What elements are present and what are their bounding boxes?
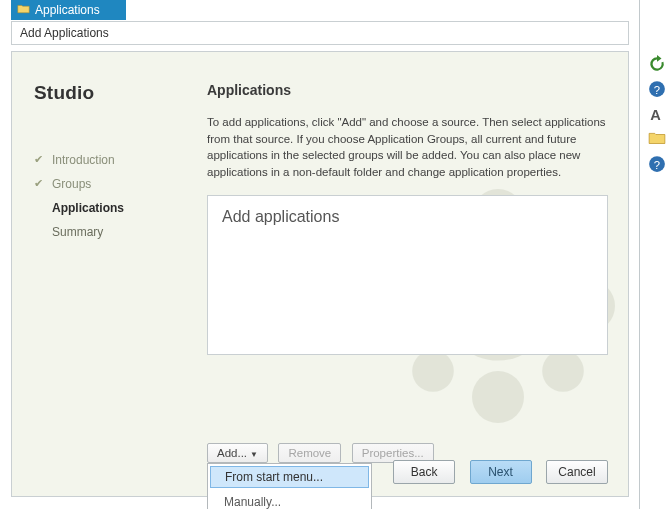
window-title: Add Applications xyxy=(11,21,629,45)
dialog-root: Applications Add Applications Studio ✔ I… xyxy=(0,0,640,509)
content-area: Applications To add applications, click … xyxy=(207,82,608,438)
tab-applications[interactable]: Applications xyxy=(11,0,126,20)
properties-button-label: Properties... xyxy=(362,447,424,459)
step-applications[interactable]: Applications xyxy=(34,196,184,220)
folder-icon[interactable] xyxy=(648,130,666,148)
next-button[interactable]: Next xyxy=(470,460,532,484)
step-label: Groups xyxy=(52,177,91,191)
remove-button-label: Remove xyxy=(288,447,331,459)
menu-manually[interactable]: Manually... xyxy=(208,490,371,509)
add-button[interactable]: Add...▼ xyxy=(207,443,268,463)
cancel-button[interactable]: Cancel xyxy=(546,460,608,484)
right-icon-strip: ? A ? xyxy=(645,48,669,180)
page-heading: Applications xyxy=(207,82,608,98)
footer-buttons: Back Next Cancel xyxy=(383,460,608,484)
sidebar: Studio ✔ Introduction ✔ Groups Applicati… xyxy=(34,82,184,244)
step-summary[interactable]: Summary xyxy=(34,220,184,244)
add-button-label: Add... xyxy=(217,447,247,459)
check-icon: ✔ xyxy=(34,153,43,166)
back-button-label: Back xyxy=(411,465,438,479)
remove-button: Remove xyxy=(278,443,341,463)
next-button-label: Next xyxy=(488,465,513,479)
svg-text:?: ? xyxy=(654,159,660,171)
step-label: Introduction xyxy=(52,153,115,167)
caret-down-icon: ▼ xyxy=(250,450,258,459)
refresh-icon[interactable] xyxy=(648,55,666,73)
applications-listbox[interactable]: Add applications xyxy=(207,195,608,355)
step-label: Summary xyxy=(52,225,103,239)
step-label: Applications xyxy=(52,201,124,215)
step-groups[interactable]: ✔ Groups xyxy=(34,172,184,196)
step-introduction[interactable]: ✔ Introduction xyxy=(34,148,184,172)
tab-label: Applications xyxy=(35,3,100,17)
add-dropdown-menu: From start menu... Manually... Existing.… xyxy=(207,463,372,509)
back-button[interactable]: Back xyxy=(393,460,455,484)
menu-item-label: From start menu... xyxy=(225,470,323,484)
cancel-button-label: Cancel xyxy=(558,465,595,479)
svg-text:?: ? xyxy=(654,84,660,96)
help-icon[interactable]: ? xyxy=(648,155,666,173)
help-icon[interactable]: ? xyxy=(648,80,666,98)
tab-bar: Applications xyxy=(11,0,126,20)
check-icon: ✔ xyxy=(34,177,43,190)
menu-from-start-menu[interactable]: From start menu... xyxy=(210,466,369,488)
letter-a-icon[interactable]: A xyxy=(648,105,666,123)
listbox-placeholder: Add applications xyxy=(222,208,593,226)
panel: Studio ✔ Introduction ✔ Groups Applicati… xyxy=(11,51,629,497)
svg-text:A: A xyxy=(650,107,661,123)
window-title-text: Add Applications xyxy=(20,26,109,40)
folder-icon xyxy=(17,3,30,14)
page-description: To add applications, click "Add" and cho… xyxy=(207,114,608,181)
menu-item-label: Manually... xyxy=(224,495,281,509)
brand: Studio xyxy=(34,82,184,104)
